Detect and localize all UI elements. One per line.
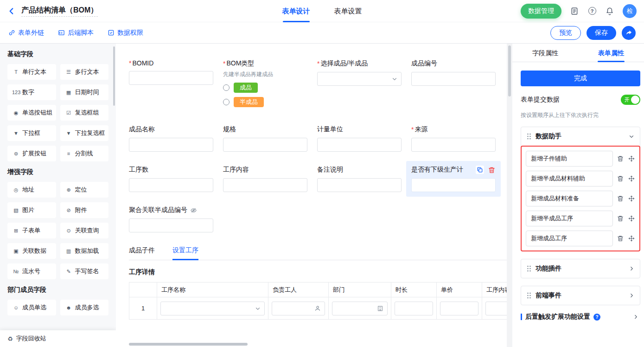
bomid-input[interactable] (129, 71, 213, 85)
drag-handle-icon[interactable] (527, 265, 531, 272)
data-assistant-header[interactable]: 数据助手 (521, 127, 640, 146)
sidebar-item-member-single[interactable]: ☺ 成员单选 (7, 300, 56, 315)
assistant-item-input[interactable]: 新增成品材料准备 (526, 191, 613, 206)
assistant-item-input[interactable]: 新增子件辅助 (526, 151, 613, 167)
sidebar-item-serial-number[interactable]: № 流水号 (7, 263, 56, 279)
field-unit[interactable]: 计量单位 (317, 125, 402, 152)
process-content-cell-input[interactable] (485, 302, 507, 315)
field-bomid[interactable]: *BOMID (129, 59, 213, 85)
move-icon[interactable] (628, 195, 635, 202)
sidebar-item-address[interactable]: ◎ 地址 (7, 182, 56, 198)
sidebar-item-subform[interactable]: ⊞ 子表单 (7, 223, 56, 238)
move-icon[interactable] (628, 215, 635, 222)
radio-icon[interactable] (223, 84, 230, 91)
sidebar-item-attachment[interactable]: ⊘ 附件 (60, 202, 109, 218)
field-select-product[interactable]: *选择成品/半成品 (317, 59, 402, 86)
sidebar-item-extend-button[interactable]: ⊜ 扩展按钮 (7, 146, 56, 161)
remark-input[interactable] (317, 178, 402, 192)
has-sub-plan-input[interactable] (411, 178, 496, 192)
submit-data-toggle[interactable]: 开 (621, 95, 640, 105)
tab-form-properties[interactable]: 表单属性 (578, 44, 644, 62)
tab-field-properties[interactable]: 字段属性 (512, 44, 578, 62)
product-name-input[interactable] (129, 138, 213, 152)
process-name-select[interactable] (160, 302, 265, 315)
finish-button[interactable]: 完成 (521, 71, 640, 86)
price-input[interactable] (440, 302, 478, 315)
sidebar-item-checkbox-group[interactable]: ☑ 复选框组 (60, 105, 109, 121)
preview-button[interactable]: 预览 (550, 26, 581, 40)
data-permission-link[interactable]: 数据权限 (108, 29, 143, 37)
field-process-content[interactable]: 工序内容 (223, 166, 307, 192)
move-icon[interactable] (628, 155, 635, 162)
tab-form-settings[interactable]: 表单设置 (334, 0, 362, 22)
share-button[interactable] (622, 26, 636, 40)
sidebar-item-divider[interactable]: ≡ 分割线 (60, 146, 109, 161)
assistant-item-input[interactable]: 新增成品工序 (526, 231, 613, 246)
sidebar-item-linked-query[interactable]: ⊙ 关联查询 (60, 223, 109, 238)
sidebar-item-linked-data[interactable]: ▣ 关联数据 (7, 243, 56, 259)
worker-input[interactable] (272, 302, 325, 315)
unit-input[interactable] (317, 138, 402, 152)
trash-icon[interactable] (617, 155, 624, 162)
bom-type-option-finished[interactable]: 成品 (223, 83, 307, 93)
field-source[interactable]: *来源 (411, 125, 496, 152)
move-icon[interactable] (628, 235, 635, 242)
source-input[interactable] (411, 138, 496, 152)
tab-product-subparts[interactable]: 成品子件 (129, 246, 155, 260)
product-no-input[interactable] (411, 72, 496, 86)
sidebar-item-data-load[interactable]: ▥ 数据加载 (60, 243, 109, 259)
avatar[interactable]: 检 (623, 4, 637, 18)
field-product-name[interactable]: 成品名称 (129, 125, 213, 152)
sidebar-item-multi-line-text[interactable]: ☰ 多行文本 (60, 64, 109, 80)
backend-script-link[interactable]: 后端脚本 (58, 29, 94, 37)
process-count-input[interactable] (129, 178, 213, 192)
trash-icon[interactable] (617, 215, 624, 222)
field-product-no[interactable]: 成品编号 (411, 59, 496, 86)
drag-handle-icon[interactable] (527, 292, 531, 299)
agg-semi-no-input[interactable] (129, 218, 213, 232)
move-icon[interactable] (628, 175, 635, 182)
sidebar-item-multi-select[interactable]: ▼ 下拉复选框 (60, 125, 109, 141)
function-plugin-header[interactable]: 功能插件 (521, 259, 640, 278)
sidebar-item-signature[interactable]: ✎ 手写签名 (60, 263, 109, 279)
back-button[interactable] (7, 6, 17, 16)
assistant-item-input[interactable]: 新增半成品工序 (526, 211, 613, 226)
duration-input[interactable] (395, 302, 433, 315)
sidebar-item-select[interactable]: ▼ 下拉框 (7, 125, 56, 141)
trash-icon[interactable] (617, 195, 624, 202)
tab-form-design[interactable]: 表单设计 (282, 0, 310, 22)
save-button[interactable]: 保存 (587, 26, 616, 40)
frontend-event-header[interactable]: 前端事件 (521, 286, 640, 305)
sidebar-item-location[interactable]: ⊕ 定位 (60, 182, 109, 198)
hidden-eye-icon[interactable] (190, 207, 197, 214)
radio-icon[interactable] (223, 99, 230, 105)
sidebar-item-radio-group[interactable]: ◉ 单选按钮组 (7, 105, 56, 121)
data-manage-button[interactable]: 数据管理 (521, 4, 561, 19)
form-external-link[interactable]: 表单外链 (8, 29, 44, 37)
field-spec[interactable]: 规格 (223, 125, 307, 152)
field-has-sub-plan[interactable]: 是否有下级生产计 (406, 161, 501, 197)
post-trigger-setting[interactable]: 后置触发扩展功能设置 ? (521, 313, 640, 321)
trash-icon[interactable] (617, 235, 624, 242)
horizontal-scrollbar[interactable] (129, 343, 248, 346)
delete-field-icon[interactable] (487, 166, 496, 174)
sidebar-item-member-multi[interactable]: ☻ 成员多选 (60, 300, 109, 315)
field-recycle-bin[interactable]: ♻ 字段回收站 (0, 330, 116, 347)
trash-icon[interactable] (617, 175, 624, 182)
document-icon[interactable] (570, 6, 579, 16)
field-remark[interactable]: 备注说明 (317, 166, 402, 192)
department-input[interactable] (332, 302, 388, 315)
select-product-dropdown[interactable] (317, 72, 402, 86)
sidebar-item-number[interactable]: 123 数字 (7, 84, 56, 100)
process-content-input[interactable] (223, 178, 307, 192)
vertical-scrollbar[interactable] (508, 45, 511, 96)
field-bom-type[interactable]: *BOM类型 先建半成品再建成品 成品 半成品 (223, 59, 307, 111)
bom-type-option-semi[interactable]: 半成品 (223, 97, 307, 107)
help-icon[interactable]: ? (587, 6, 597, 16)
tab-set-process[interactable]: 设置工序 (172, 246, 198, 260)
drag-handle-icon[interactable] (527, 133, 531, 140)
sidebar-item-image[interactable]: ▧ 图片 (7, 202, 56, 218)
sidebar-scrollbar[interactable] (113, 46, 115, 106)
bell-icon[interactable] (605, 6, 614, 16)
sidebar-item-single-line-text[interactable]: T 单行文本 (7, 64, 56, 80)
